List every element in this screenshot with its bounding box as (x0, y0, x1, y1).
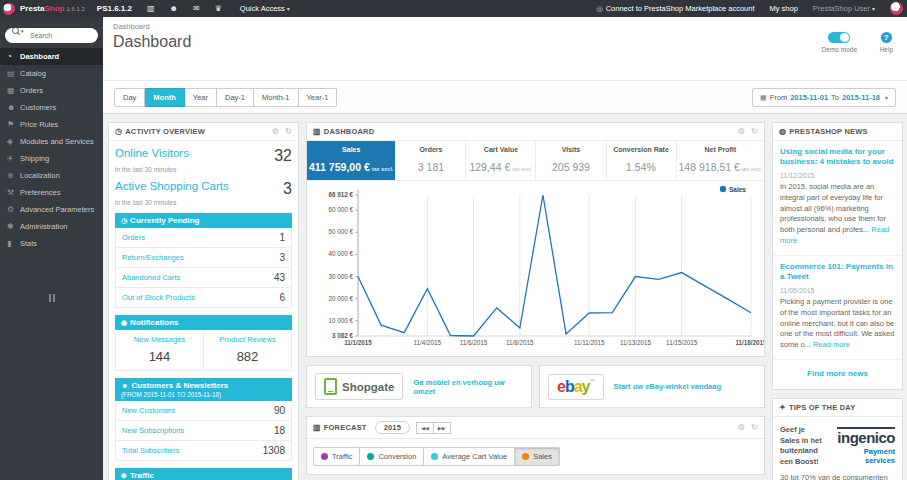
news-article-title[interactable]: Using social media for your business: 4 … (780, 147, 895, 168)
help-control: ? Help (880, 32, 893, 53)
range-button-year-1[interactable]: Year-1 (299, 88, 338, 107)
sidebar-item-administration[interactable]: ✱Administration (0, 218, 103, 235)
pending-value: 1 (279, 232, 285, 243)
cart-icon[interactable]: ▥ (147, 4, 155, 13)
forecast-legend-average-cart-value[interactable]: Average Cart Value (424, 447, 515, 466)
forecast-legend-sales[interactable]: Sales (515, 447, 560, 466)
activity-overview-panel: ◷ ACTIVITY OVERVIEW ⚙↻ Online Visitors 3… (108, 122, 299, 480)
help-icon[interactable]: ? (881, 32, 892, 43)
date-to: 2015-11-18 (842, 93, 880, 102)
forecast-legend-traffic[interactable]: Traffic (313, 447, 360, 466)
range-button-day-1[interactable]: Day-1 (217, 88, 254, 107)
kpi-tab-orders[interactable]: Orders3 181 (396, 141, 466, 180)
next-year-button[interactable]: ▶▶ (434, 422, 451, 434)
sidebar-item-label: Catalog (20, 69, 46, 78)
find-more-news-link[interactable]: Find more news (773, 360, 902, 389)
marketplace-link[interactable]: ◎Connect to PrestaShop Marketplace accou… (597, 4, 755, 13)
sidebar-item-dashboard[interactable]: ◔Dashboard (0, 48, 103, 65)
sidebar-item-localization[interactable]: ⊕Localization (0, 167, 103, 184)
sidebar-search: ▾ (5, 24, 98, 43)
customers-row: New Subscriptions18 (115, 421, 292, 441)
date-prefix: From (770, 93, 788, 102)
gear-icon[interactable]: ⚙ (738, 127, 745, 136)
pending-link-orders[interactable]: Orders (122, 233, 145, 242)
legend-label: Average Cart Value (442, 452, 507, 461)
refresh-icon[interactable]: ↻ (751, 127, 758, 136)
marketplace-icon: ◎ (597, 5, 603, 12)
quick-access-menu[interactable]: Quick Access▾ (240, 4, 290, 13)
online-visitors-sub: in the last 30 minutes (115, 166, 292, 173)
active-carts-value: 3 (283, 180, 292, 198)
notification-cell-new-messages[interactable]: New Messages144 (115, 330, 204, 371)
read-more-link[interactable]: Read more (780, 225, 889, 245)
page-header: Dashboard Dashboard Demo mode ? Help (103, 17, 907, 81)
customers-link-new-subscriptions[interactable]: New Subscriptions (122, 426, 184, 435)
kpi-tab-sales[interactable]: Sales411 759,00 €tax excl. (307, 141, 396, 180)
sidebar-item-customers[interactable]: ☻Customers (0, 99, 103, 116)
kpi-tab-cart-value[interactable]: Cart Value129,44 €tax excl. (466, 141, 536, 180)
mail-icon[interactable]: ✉ (193, 4, 200, 13)
kpi-tab-net-profit[interactable]: Net Profit148 918,51 €tax excl. (677, 141, 765, 180)
active-carts-link[interactable]: Active Shopping Carts (115, 180, 229, 192)
user-menu[interactable]: PrestaShop User▾ (813, 4, 875, 13)
sidebar-item-catalog[interactable]: ▤Catalog (0, 65, 103, 82)
sidebar-item-price-rules[interactable]: ⚑Price Rules (0, 116, 103, 133)
sidebar-item-orders[interactable]: ▦Orders (0, 82, 103, 99)
pending-link-abandoned-carts[interactable]: Abandoned Carts (122, 273, 180, 282)
avatar[interactable] (890, 2, 903, 15)
dashboard-panel-header: ▥ DASHBOARD ⚙↻ (307, 123, 764, 141)
sidebar-item-modules-and-services[interactable]: ◈Modules and Services (0, 133, 103, 150)
ebay-link[interactable]: Start uw eBay-winkel vandaag (614, 382, 722, 391)
trophy-icon[interactable]: ♛ (215, 4, 222, 13)
online-visitors-link[interactable]: Online Visitors (115, 147, 189, 159)
range-button-day[interactable]: Day (114, 88, 145, 107)
forecast-legend-conversion[interactable]: Conversion (360, 447, 424, 466)
kpi-tab-conversion-rate[interactable]: Conversion Rate1.54% (607, 141, 677, 180)
pending-row: Orders1 (115, 228, 292, 248)
legend-dot (321, 453, 328, 460)
range-button-year[interactable]: Year (185, 88, 217, 107)
pending-link-out-of-stock-products[interactable]: Out of Stock Products (122, 293, 195, 302)
tips-panel-header: ✦ TIPS OF THE DAY (773, 399, 902, 417)
gear-icon[interactable]: ⚙ (272, 127, 279, 136)
pending-link-return-exchanges[interactable]: Return/Exchanges (122, 253, 184, 262)
refresh-icon[interactable]: ↻ (751, 423, 758, 432)
sidebar-item-shipping[interactable]: ✈Shipping (0, 150, 103, 167)
my-shop-link[interactable]: My shop (770, 4, 798, 13)
news-article: Ecommerce 101: Payments in a Tweet11/05/… (773, 256, 902, 360)
refresh-icon[interactable]: ↻ (285, 127, 292, 136)
range-button-month[interactable]: Month (145, 88, 185, 107)
topbar: PrestaShop1.6.1.2 PS1.6.1.2 ▥☻✉♛ Quick A… (0, 0, 907, 17)
customers-date-range: (FROM 2015-11-01 TO 2015-11-18) (121, 391, 286, 398)
range-button-month-1[interactable]: Month-1 (254, 88, 299, 107)
shopgate-link[interactable]: Ga mobiel en verhoog uw omzet (413, 378, 523, 396)
user-icon[interactable]: ☻ (170, 4, 178, 13)
people-icon: ☻ (121, 382, 128, 389)
catalog-icon: ▤ (7, 69, 20, 78)
customers-link-new-customers[interactable]: New Customers (122, 406, 175, 415)
collapse-sidebar-icon[interactable] (0, 294, 103, 302)
forecast-panel: ▥ FORECAST 2015 ◀◀ ▶▶ ⚙↻ TrafficConversi… (306, 416, 765, 475)
read-more-link[interactable]: Read more (813, 340, 850, 349)
calendar-icon: ▦ (760, 94, 767, 102)
date-range-picker[interactable]: ▦ From 2015-11-01 To 2015-11-18 ▾ (752, 88, 896, 107)
sidebar-item-preferences[interactable]: ⚒Preferences (0, 184, 103, 201)
news-article-title[interactable]: Ecommerce 101: Payments in a Tweet (780, 262, 895, 283)
ebay-letter: a (574, 378, 582, 395)
gear-icon[interactable]: ⚙ (738, 423, 745, 432)
demo-mode-toggle[interactable] (828, 32, 850, 43)
dashboard-panel: ▥ DASHBOARD ⚙↻ Sales411 759,00 €tax excl… (306, 122, 765, 357)
notification-cell-product-reviews[interactable]: Product Reviews882 (204, 330, 292, 371)
gauge-icon: ◔ (7, 52, 20, 61)
kpi-tab-visits[interactable]: Visits205 939 (536, 141, 606, 180)
ingenico-tagline: Payment services (837, 448, 895, 465)
ebay-letter: e (557, 378, 565, 395)
kpi-suffix: tax excl. (742, 166, 762, 172)
customers-row: Total Subscribers1308 (115, 441, 292, 461)
ebay-card: ebay™ Start uw eBay-winkel vandaag (539, 365, 765, 408)
sidebar-item-advanced-parameters[interactable]: ⚙Advanced Parameters (0, 201, 103, 218)
previous-year-button[interactable]: ◀◀ (416, 422, 434, 434)
legend-dot (522, 453, 529, 460)
sidebar-item-stats[interactable]: ▮Stats (0, 235, 103, 252)
customers-link-total-subscribers[interactable]: Total Subscribers (122, 446, 180, 455)
